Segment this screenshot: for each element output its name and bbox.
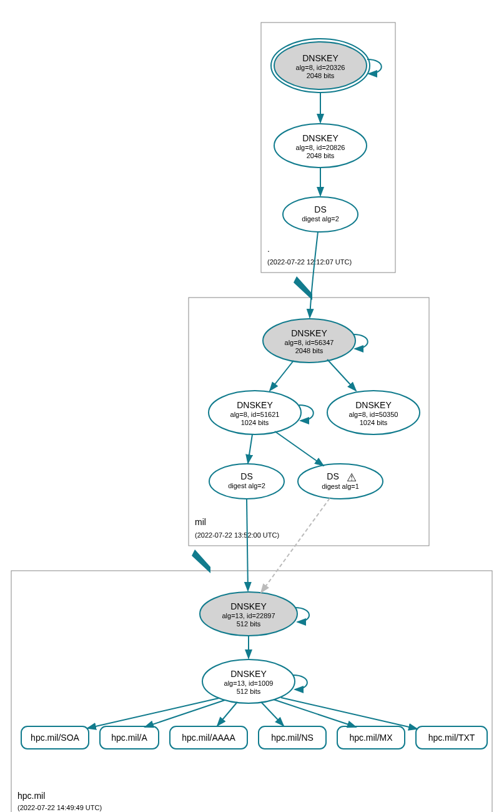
rrset-mx-label: hpc.mil/MX [349,733,393,743]
zone-hpc-time: (2022-07-22 14:49:49 UTC) [17,804,102,811]
rrset-a: hpc.mil/A [100,726,159,749]
node-hpc-ksk-title: DNSKEY [230,601,267,611]
node-root-zsk: DNSKEY alg=8, id=20826 2048 bits [274,124,367,168]
edge-milzsk1-milds1 [275,431,324,466]
rrset-ns-label: hpc.mil/NS [271,733,314,743]
node-mil-ds2-alg: digest alg=2 [228,482,265,489]
zone-arrow-mil-hpc [192,549,210,573]
edge-zsk-aaaa [217,702,237,726]
rrset-ns: hpc.mil/NS [259,726,326,749]
edge-rootds-milksk [310,232,318,318]
node-hpc-ksk: DNSKEY alg=13, id=22897 512 bits [200,592,297,636]
zone-mil-time: (2022-07-22 13:52:00 UTC) [195,531,279,539]
rrset-soa: hpc.mil/SOA [21,726,89,749]
node-hpc-zsk-bits: 512 bits [237,688,261,695]
node-mil-zsk2-alg: alg=8, id=50350 [349,411,398,418]
node-hpc-ksk-alg: alg=13, id=22897 [222,612,275,619]
zone-root-label: . [267,244,270,254]
svg-point-3 [283,197,358,232]
rrset-txt: hpc.mil/TXT [416,726,487,749]
node-mil-ksk-alg: alg=8, id=56347 [285,339,334,346]
node-mil-zsk1-title: DNSKEY [237,400,273,410]
zone-root-time: (2022-07-22 12:12:07 UTC) [267,258,352,266]
node-mil-ksk-bits: 2048 bits [295,347,324,354]
node-root-zsk-alg: alg=8, id=20826 [296,144,345,151]
node-hpc-zsk: DNSKEY alg=13, id=1009 512 bits [202,659,295,703]
node-mil-ds1: DS ⚠ digest alg=1 [298,464,383,499]
warning-icon: ⚠ [347,471,357,484]
svg-point-8 [298,464,383,499]
zone-arrow-root-mil [294,276,312,300]
edge-milzsk1-milds2 [248,434,252,463]
node-root-ds: DS digest alg=2 [283,197,358,232]
node-mil-zsk1-bits: 1024 bits [241,419,269,426]
node-root-ksk-title: DNSKEY [302,53,338,63]
node-mil-zsk2-bits: 1024 bits [360,419,388,426]
rrset-mx: hpc.mil/MX [337,726,405,749]
node-mil-ksk: DNSKEY alg=8, id=56347 2048 bits [263,319,355,363]
node-mil-ds1-alg: digest alg=1 [322,483,359,490]
node-mil-ds2-title: DS [240,471,252,481]
edge-milksk-milzsk2 [327,359,356,391]
edge-zsk-a [145,700,225,727]
svg-point-7 [209,464,284,499]
node-root-ksk: DNSKEY alg=8, id=20326 2048 bits [271,39,370,93]
node-root-ksk-alg: alg=8, id=20326 [296,64,345,71]
node-mil-zsk2: DNSKEY alg=8, id=50350 1024 bits [327,391,420,434]
rrset-aaaa-label: hpc.mil/AAAA [182,733,235,743]
rrset-soa-label: hpc.mil/SOA [31,733,79,743]
node-mil-zsk2-title: DNSKEY [355,400,392,410]
edge-zsk-ns [261,702,284,726]
edge-zsk-mx [274,699,356,727]
zone-hpc-label: hpc.mil [17,791,45,801]
rrset-txt-label: hpc.mil/TXT [428,733,475,743]
zone-mil-label: mil [195,517,206,527]
node-hpc-zsk-title: DNSKEY [230,669,267,679]
node-root-zsk-bits: 2048 bits [307,152,335,159]
rrset-a-label: hpc.mil/A [111,733,147,743]
node-mil-zsk1: DNSKEY alg=8, id=51621 1024 bits [209,391,301,434]
node-root-ds-alg: digest alg=2 [302,215,339,223]
node-root-ds-title: DS [314,204,326,214]
node-root-ksk-bits: 2048 bits [307,72,335,79]
node-mil-ds1-title: DS [327,471,338,481]
edge-milksk-milzsk1 [270,361,294,391]
node-hpc-zsk-alg: alg=13, id=1009 [224,679,274,687]
edge-milds2-hpcksk [247,499,248,591]
node-hpc-ksk-bits: 512 bits [237,620,261,628]
node-mil-zsk1-alg: alg=8, id=51621 [230,411,280,418]
node-root-zsk-title: DNSKEY [302,133,338,143]
node-mil-ksk-title: DNSKEY [291,328,327,338]
rrset-aaaa: hpc.mil/AAAA [170,726,247,749]
node-mil-ds2: DS digest alg=2 [209,464,284,499]
